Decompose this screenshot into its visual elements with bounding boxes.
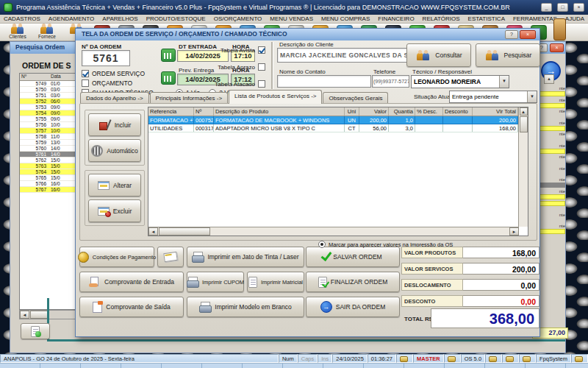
menu-item[interactable]: AJUDA <box>565 15 584 22</box>
chevron-down-icon[interactable]: ▼ <box>527 91 537 102</box>
product-row[interactable]: UTILIDADES 000317 ADAPTADOR MICRO USB V8… <box>148 124 528 132</box>
products-column-header[interactable]: Referencia <box>148 107 194 116</box>
menu-item[interactable]: ESTATISTICA <box>468 15 505 22</box>
products-column-header[interactable]: Uni <box>345 107 359 116</box>
tecnico-dropdown[interactable]: LEONARDO MOREIRA ▼ <box>411 75 509 88</box>
chevron-down-icon[interactable]: ▼ <box>499 76 509 88</box>
checkbox-icon[interactable] <box>82 79 89 87</box>
radio-icon[interactable] <box>318 241 326 248</box>
bgwin-doc-button[interactable] <box>21 323 50 339</box>
calendar-icon[interactable] <box>161 71 176 85</box>
imprimir-matricial-button[interactable]: Imprimir Matricial <box>247 272 304 292</box>
sair-ordem-button[interactable]: → SAIR DA ORDEM <box>306 297 400 317</box>
alterar-button[interactable]: Alterar <box>88 174 141 197</box>
bgwin-scroll-fragment[interactable]: ▲ <box>544 74 554 84</box>
menu-item[interactable]: MENU COMPRAS <box>321 15 370 22</box>
order-type-option[interactable]: ORÇAMENTO <box>82 79 154 87</box>
cliente-field[interactable]: MARCIA JACKELINE GONCALVES DA SILVA BE <box>277 48 410 63</box>
products-column-header[interactable]: Nº <box>194 107 214 116</box>
menu-item[interactable]: PRODUTO/ESTOQUE <box>146 15 206 22</box>
menubar: CADASTROSAGENDAMENTOAPARELHOSPRODUTO/EST… <box>0 15 588 24</box>
bgwin-panel-border-bottom <box>47 339 565 342</box>
situacao-fragment-text: nte <box>559 109 565 113</box>
tab[interactable]: Principais Informações -> <box>150 92 228 104</box>
mascot-icon[interactable] <box>553 18 566 40</box>
telefone-field[interactable]: (99)99377-5727 <box>372 75 409 88</box>
products-column-header[interactable]: Desconto <box>443 107 473 116</box>
tabela-option[interactable]: Tabela Avista <box>220 46 265 54</box>
tab[interactable]: Observações Gerais <box>323 92 388 104</box>
scroll-up-icon[interactable]: ▲ <box>520 107 528 116</box>
dialog-help-button[interactable]: ? <box>505 30 518 39</box>
incluir-button[interactable]: Incluir <box>88 113 141 136</box>
products-hscrollbar[interactable]: ◄ ► <box>148 227 519 236</box>
products-column-header[interactable]: Valor <box>359 107 389 116</box>
menu-item[interactable]: CADASTROS <box>4 15 40 22</box>
scroll-right-icon[interactable]: ► <box>509 227 519 236</box>
menu-item[interactable]: FINANCEIRO <box>378 15 414 22</box>
tab[interactable]: Lista de Produtos e Serviços -> <box>229 90 322 104</box>
tab[interactable]: Dados do Aparelho -> <box>80 92 149 104</box>
bgwin-close-button[interactable]: × <box>550 43 564 52</box>
pesquisar-button[interactable]: Pesquisar <box>476 43 540 67</box>
order-number-field[interactable]: 5761 <box>82 50 130 66</box>
products-column-header[interactable]: Quantia <box>389 107 415 116</box>
finalizar-ordem-button[interactable]: FINALIZAR ORDEM <box>306 272 400 292</box>
scroll-left-icon[interactable]: ◄ <box>20 311 29 319</box>
scroll-thumb[interactable] <box>520 116 528 132</box>
cell-desconto <box>443 124 473 132</box>
ordem-servico-dialog: TELA DA ORDEM DE SERVIÇO / ORÇAMENTO / C… <box>75 28 540 337</box>
printer-icon <box>187 277 198 287</box>
dialog-titlebar[interactable]: TELA DA ORDEM DE SERVIÇO / ORÇAMENTO / C… <box>76 29 539 40</box>
contato-field[interactable] <box>277 75 371 88</box>
envelope-button[interactable] <box>157 247 184 267</box>
comprovante-entrada-label: Comprovante de Entrada <box>104 278 174 286</box>
form-delete-icon <box>98 207 110 216</box>
restore-button[interactable]: □ <box>557 3 568 12</box>
menu-item[interactable]: APARELHOS <box>102 15 137 22</box>
toolbar-fornecedor-button[interactable]: Fornece <box>33 24 61 39</box>
menu-item[interactable]: MENU VENDAS <box>270 15 313 22</box>
dialog-close-button[interactable]: × <box>520 30 536 39</box>
menu-item[interactable]: FERRAMENTAS <box>513 15 557 22</box>
total-label: VALOR SERVICOS <box>401 263 463 275</box>
order-type-option[interactable]: ORDEM SERVIÇO <box>82 70 154 77</box>
toolbar-clientes-button[interactable]: Clientes <box>4 24 32 39</box>
imprimir-jato-button[interactable]: Imprimir em Jato de Tinta / Laser <box>187 247 304 267</box>
menu-item[interactable]: AGENDAMENTO <box>49 15 95 22</box>
close-button[interactable]: × <box>573 3 584 12</box>
minimize-button[interactable]: _ <box>541 3 552 12</box>
consultar-button[interactable]: Consultar <box>406 43 471 67</box>
checkbox-icon[interactable] <box>258 46 265 54</box>
condicoes-pagamento-button[interactable]: Condições de Pagamento <box>79 247 154 267</box>
cell-numero: 000752 <box>194 116 214 124</box>
tabela-option[interactable]: Tabela Atacado <box>215 80 265 88</box>
hand-receipt-icon <box>89 277 101 287</box>
products-column-header[interactable]: Descrição do Produto <box>214 107 345 116</box>
calendar-icon[interactable] <box>161 49 176 62</box>
scroll-thumb[interactable] <box>159 227 210 236</box>
imprimir-cupom-button[interactable]: Imprimir CUPOM <box>187 272 244 292</box>
checkbox-icon[interactable] <box>82 70 89 77</box>
excluir-button[interactable]: Excluir <box>88 199 141 222</box>
menu-item[interactable]: OS/ORÇAMENTO <box>214 15 262 22</box>
menu-item[interactable]: RELATÓRIOS <box>423 15 460 22</box>
imprimir-modelo-button[interactable]: Imprimir Modelo em Branco <box>187 297 304 317</box>
barcode-circle-icon <box>91 145 103 157</box>
tabela-option[interactable]: Tabela Aprazo <box>218 63 265 71</box>
statusbar-location: ANAPOLIS - GO 24 de Outubro de 2025 - Se… <box>0 354 279 363</box>
salvar-ordem-button[interactable]: SALVAR ORDEM <box>306 247 400 267</box>
products-column-header[interactable]: % Desc. <box>415 107 443 116</box>
comprovante-saida-button[interactable]: Comprovante de Saída <box>79 297 184 317</box>
automatico-button[interactable]: Automático <box>88 139 141 162</box>
situacao-dropdown[interactable]: Entrega pendente ▼ <box>449 91 537 103</box>
checkbox-icon[interactable] <box>258 63 265 71</box>
scroll-left-icon[interactable]: ◄ <box>148 227 158 236</box>
product-row[interactable]: FORMATACAO +WIN 000752 FORMATACAO DE MAC… <box>148 116 528 124</box>
checkbox-icon[interactable] <box>258 80 265 88</box>
products-vscrollbar[interactable]: ▲ <box>518 107 528 227</box>
products-table[interactable]: ReferenciaNºDescrição do ProdutoUniValor… <box>148 107 528 236</box>
products-column-header[interactable]: Vlr Total <box>473 107 518 116</box>
comprovante-entrada-button[interactable]: Comprovante de Entrada <box>79 272 184 292</box>
situacao-fragment-text: nte <box>559 224 565 228</box>
